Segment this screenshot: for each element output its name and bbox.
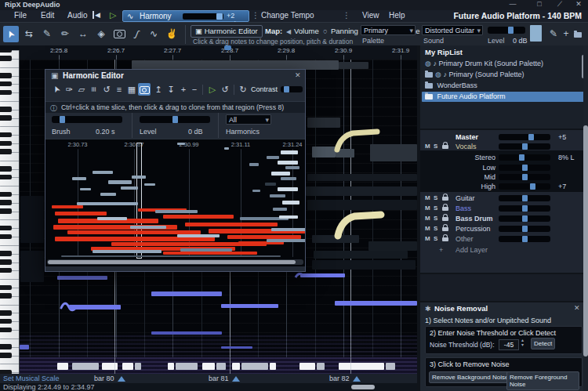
harmony-menu-dots-icon[interactable]: ⋮ <box>252 11 260 20</box>
spec-scrollbar[interactable] <box>48 260 296 264</box>
volume-slider[interactable] <box>499 143 550 150</box>
move-tool-icon[interactable]: ↔ <box>75 26 91 42</box>
threshold-input[interactable]: -45 <box>499 339 519 350</box>
black-key[interactable] <box>0 141 12 147</box>
black-key[interactable] <box>0 200 12 205</box>
menu-audio[interactable]: Audio <box>67 11 88 20</box>
black-key[interactable] <box>0 353 12 358</box>
riplist-item-selected[interactable]: Future Audio Platform <box>422 92 586 102</box>
volume-slider[interactable] <box>499 205 550 212</box>
layer-name[interactable]: Percussion <box>456 224 491 234</box>
layer-name[interactable]: Bass Drum <box>456 214 493 223</box>
black-key[interactable] <box>0 175 12 180</box>
black-key[interactable] <box>0 344 12 349</box>
black-key[interactable] <box>0 234 12 240</box>
camera-tool-icon[interactable] <box>138 83 151 96</box>
fill-tool-icon[interactable]: ◈ <box>93 26 109 42</box>
lock-icon[interactable] <box>442 197 448 201</box>
black-key[interactable] <box>0 132 12 138</box>
dialog-spectral-view[interactable]: 2:30.73 2:30.87 2:30.99 2:31.11 2:31.24 <box>45 139 305 266</box>
smudge-tool-icon[interactable]: ✑ <box>63 83 75 96</box>
eraser-tool-icon[interactable]: ▱ <box>75 83 88 96</box>
high-slider[interactable] <box>499 183 550 190</box>
black-key[interactable] <box>0 50 12 52</box>
lower-bottom-icon[interactable]: ↧ <box>165 83 177 96</box>
timeline-ruler[interactable]: 2:25.8 2:26.7 2:27.7 2:28.7 2:29.8 2:30.… <box>20 45 417 60</box>
solo-button[interactable]: S <box>434 234 437 244</box>
lock-icon[interactable] <box>442 227 448 231</box>
white-key[interactable] <box>0 305 20 306</box>
harmonics-dropdown[interactable]: All▾ <box>226 114 271 125</box>
black-key[interactable] <box>0 107 12 112</box>
camera-tool-icon[interactable] <box>111 26 127 42</box>
palette-dropdown[interactable]: Primary▾ <box>361 25 416 35</box>
solo-button[interactable]: S <box>434 194 437 203</box>
black-key[interactable] <box>0 115 12 121</box>
open-folder-icon[interactable] <box>570 26 586 42</box>
set-musical-scale[interactable]: Set Musical Scale <box>3 375 60 382</box>
white-key[interactable] <box>0 101 20 102</box>
lock-icon[interactable] <box>442 217 448 221</box>
bar-marker-icon[interactable] <box>353 376 361 382</box>
mute-button[interactable]: M <box>425 214 430 223</box>
harmonic-editor-button[interactable]: ▣ Harmonic Editor <box>191 25 263 38</box>
white-key[interactable] <box>0 219 20 220</box>
brush-slider[interactable] <box>52 116 122 123</box>
close-icon[interactable]: ✕ <box>574 304 580 312</box>
map-panning[interactable]: Panning <box>331 27 358 35</box>
riplist-item[interactable]: ◍ ♪ Primary Drum Kit (Sound Palette) <box>425 59 586 69</box>
level-slider[interactable] <box>488 27 525 34</box>
black-key[interactable] <box>0 251 12 256</box>
bar-marker-icon[interactable] <box>118 376 125 382</box>
black-key[interactable] <box>0 328 12 333</box>
riplist-item[interactable]: ◍ ♪ Primary (Sound Palette) <box>425 70 586 80</box>
harmony-slider[interactable] <box>183 13 223 20</box>
volume-slider[interactable] <box>499 226 550 232</box>
stereo-slider[interactable] <box>499 154 550 161</box>
black-key[interactable] <box>0 90 12 96</box>
harmonic-editor-dialog[interactable]: ▣ Harmonic Editor ✕ ➤ ✑ ▱ ≡ ↺ ≡ ▦ ↥ ↧ + … <box>45 69 306 272</box>
mute-button[interactable]: M <box>425 204 430 213</box>
sound-dropdown[interactable]: Distorted Guitar▾ <box>422 25 483 35</box>
change-tempo[interactable]: Change Tempo <box>261 11 314 20</box>
harmony-group[interactable]: ∿ Harmony +2 octv <box>122 10 249 22</box>
layer-name[interactable]: Vocals <box>456 142 477 151</box>
white-key[interactable] <box>0 126 20 127</box>
mute-button[interactable]: M <box>425 194 430 203</box>
mute-button[interactable]: M <box>425 224 430 234</box>
restore-icon[interactable]: ⟋ <box>552 0 568 9</box>
play-icon[interactable]: ▷ <box>110 10 116 20</box>
lines-tool-icon[interactable]: ≡ <box>113 83 125 96</box>
remove-foreground-button[interactable]: Remove Foreground Noise <box>506 371 579 390</box>
add-layer-row[interactable]: + Add Layer <box>420 245 583 255</box>
play-icon[interactable]: ▷ <box>206 83 219 96</box>
white-key[interactable] <box>0 67 20 68</box>
white-key[interactable] <box>0 339 20 339</box>
close-icon[interactable]: ✕ <box>571 0 586 8</box>
minus-icon[interactable]: − <box>188 83 201 96</box>
overview-strip[interactable] <box>20 357 417 374</box>
menu-file[interactable]: File <box>14 11 27 20</box>
black-key[interactable] <box>0 192 12 197</box>
white-key[interactable] <box>0 279 20 280</box>
select-tool-icon[interactable]: ➤ <box>50 83 63 96</box>
volume-slider[interactable] <box>499 134 550 140</box>
contrast-slider[interactable] <box>281 86 303 92</box>
menu-edit[interactable]: Edit <box>41 11 54 20</box>
map-volume[interactable]: Volume <box>294 27 319 35</box>
minimize-icon[interactable]: — <box>505 0 521 8</box>
low-slider[interactable] <box>499 165 550 171</box>
volume-slider[interactable] <box>499 215 550 222</box>
black-key[interactable] <box>0 310 12 316</box>
volume-slider[interactable] <box>499 195 550 201</box>
volume-slider[interactable] <box>499 236 550 242</box>
stretch-tool-icon[interactable]: ⇆ <box>21 26 37 42</box>
riplist-item[interactable]: WonderBass <box>425 81 586 91</box>
black-key[interactable] <box>0 259 12 265</box>
black-key[interactable] <box>0 226 12 231</box>
detect-button[interactable]: Detect <box>531 338 555 349</box>
layer-name[interactable]: Guitar <box>456 194 475 203</box>
solo-button[interactable]: S <box>434 204 437 213</box>
menu-help[interactable]: Help <box>389 11 405 20</box>
undo-icon[interactable]: ↺ <box>219 83 231 96</box>
